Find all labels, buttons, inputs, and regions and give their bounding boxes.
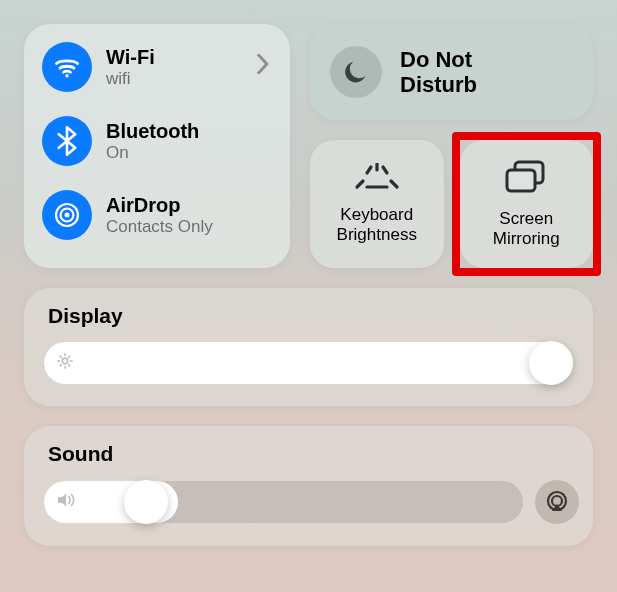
sound-volume-slider[interactable] xyxy=(44,481,523,523)
bluetooth-row[interactable]: Bluetooth On xyxy=(42,116,276,166)
airdrop-status: Contacts Only xyxy=(106,217,276,237)
svg-line-19 xyxy=(60,365,61,366)
svg-line-7 xyxy=(383,167,387,173)
screen-mirroring-label: Screen Mirroring xyxy=(493,209,560,249)
wifi-labels: Wi-Fi wifi xyxy=(106,46,242,89)
speaker-icon xyxy=(56,491,78,513)
wifi-status: wifi xyxy=(106,69,242,89)
svg-line-8 xyxy=(391,181,397,187)
tiles-row: Keyboard Brightness Screen Mirroring xyxy=(310,140,593,268)
wifi-title: Wi-Fi xyxy=(106,46,242,69)
airdrop-title: AirDrop xyxy=(106,194,276,217)
svg-point-0 xyxy=(65,74,68,77)
bluetooth-status: On xyxy=(106,143,276,163)
screen-mirroring-button[interactable]: Screen Mirroring xyxy=(460,140,594,268)
do-not-disturb-label: Do Not Disturb xyxy=(400,47,477,98)
svg-line-20 xyxy=(69,356,70,357)
screen-mirroring-icon xyxy=(504,159,548,199)
wifi-icon xyxy=(42,42,92,92)
display-brightness-slider[interactable] xyxy=(44,342,573,384)
display-section: Display xyxy=(24,288,593,406)
sound-slider-knob[interactable] xyxy=(124,480,168,524)
airdrop-row[interactable]: AirDrop Contacts Only xyxy=(42,190,276,240)
screen-mirroring-highlight: Screen Mirroring xyxy=(460,140,594,268)
bluetooth-icon xyxy=(42,116,92,166)
svg-line-5 xyxy=(367,167,371,173)
right-column: Do Not Disturb Keyboard Bri xyxy=(310,24,593,268)
wifi-row[interactable]: Wi-Fi wifi xyxy=(42,42,276,92)
svg-line-18 xyxy=(69,365,70,366)
keyboard-brightness-label: Keyboard Brightness xyxy=(337,205,417,245)
svg-line-4 xyxy=(357,181,363,187)
control-center-panel: Wi-Fi wifi Bluetooth On xyxy=(2,2,615,590)
chevron-right-icon xyxy=(256,54,276,80)
sound-section: Sound xyxy=(24,426,593,546)
airdrop-labels: AirDrop Contacts Only xyxy=(106,194,276,237)
airplay-icon xyxy=(544,489,570,515)
svg-point-3 xyxy=(65,213,70,218)
keyboard-brightness-button[interactable]: Keyboard Brightness xyxy=(310,140,444,268)
bluetooth-title: Bluetooth xyxy=(106,120,276,143)
display-title: Display xyxy=(44,304,573,328)
connectivity-card: Wi-Fi wifi Bluetooth On xyxy=(24,24,290,268)
svg-rect-11 xyxy=(507,170,535,191)
sun-icon xyxy=(56,352,74,374)
airplay-audio-button[interactable] xyxy=(535,480,579,524)
top-row: Wi-Fi wifi Bluetooth On xyxy=(24,24,593,268)
svg-point-12 xyxy=(62,358,67,363)
airdrop-icon xyxy=(42,190,92,240)
svg-line-17 xyxy=(60,356,61,357)
moon-icon xyxy=(330,46,382,98)
keyboard-brightness-icon xyxy=(353,163,401,195)
bluetooth-labels: Bluetooth On xyxy=(106,120,276,163)
sound-title: Sound xyxy=(44,442,579,466)
do-not-disturb-button[interactable]: Do Not Disturb xyxy=(310,24,593,120)
display-slider-knob[interactable] xyxy=(529,341,573,385)
